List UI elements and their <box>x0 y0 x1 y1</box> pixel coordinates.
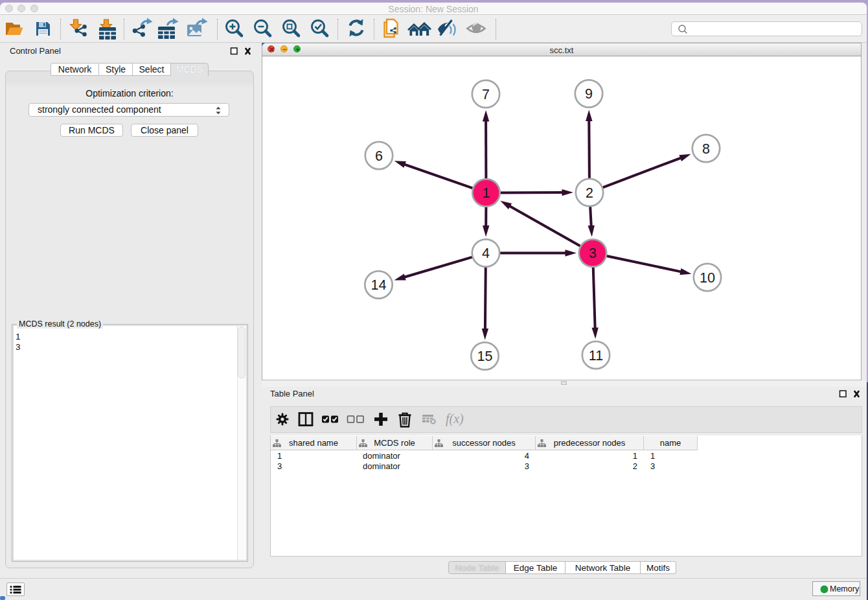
svg-text:11: 11 <box>589 348 603 363</box>
svg-text:10: 10 <box>700 270 715 286</box>
svg-text:7: 7 <box>482 87 490 102</box>
svg-text:6: 6 <box>375 148 383 164</box>
svg-text:1: 1 <box>483 185 490 201</box>
svg-text:8: 8 <box>702 141 710 157</box>
svg-text:9: 9 <box>585 86 593 102</box>
svg-text:3: 3 <box>589 246 597 261</box>
svg-text:4: 4 <box>482 246 490 261</box>
svg-text:15: 15 <box>477 349 493 364</box>
svg-text:2: 2 <box>586 185 593 201</box>
svg-text:14: 14 <box>371 277 387 293</box>
